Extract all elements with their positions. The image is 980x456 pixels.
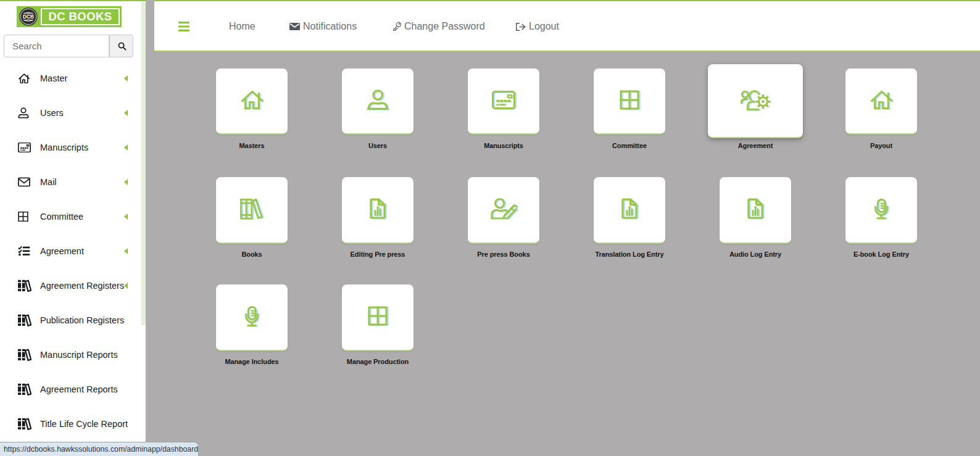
svg-text:DCB: DCB — [23, 14, 34, 20]
